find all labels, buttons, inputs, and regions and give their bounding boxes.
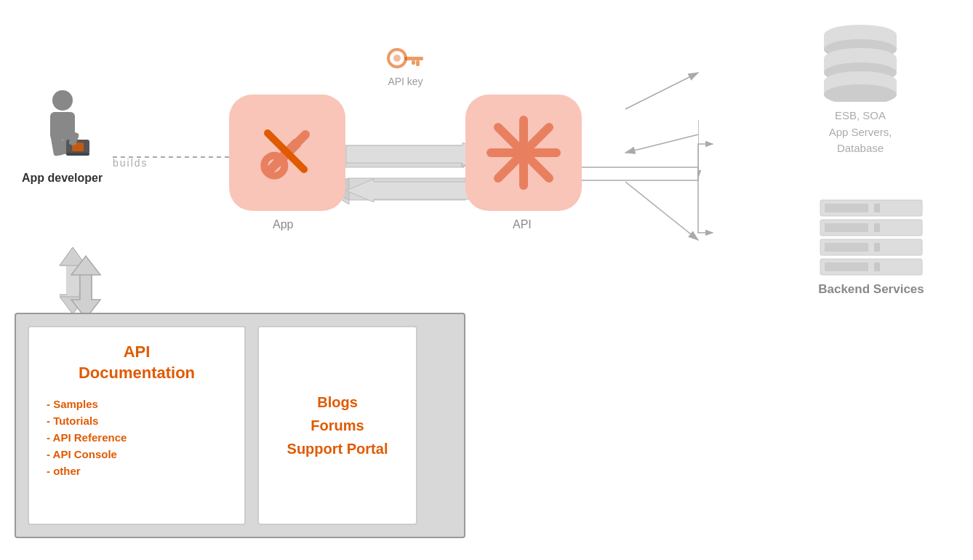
svg-rect-29 xyxy=(66,153,89,156)
doc-list: - Samples- Tutorials- API Reference- API… xyxy=(47,398,227,477)
api-label: API xyxy=(513,218,532,231)
community-title: BlogsForumsSupport Portal xyxy=(287,391,388,460)
community-box: BlogsForumsSupport Portal xyxy=(257,326,417,525)
svg-rect-39 xyxy=(416,60,420,66)
community-line: Blogs xyxy=(287,391,388,414)
svg-rect-60 xyxy=(874,204,880,212)
backend-bottom-label: Backend Services xyxy=(818,282,924,297)
doc-list-item: - API Console xyxy=(47,448,227,460)
svg-rect-66 xyxy=(874,243,880,252)
api-key-label: API key xyxy=(388,76,423,87)
api-icon xyxy=(484,113,564,193)
app-icon xyxy=(247,113,327,193)
community-line: Forums xyxy=(287,414,388,437)
doc-box: API Documentation - Samples- Tutorials- … xyxy=(28,326,246,525)
community-line: Support Portal xyxy=(287,437,388,460)
resources-outer-box: API Documentation - Samples- Tutorials- … xyxy=(15,313,465,538)
database-icon xyxy=(813,22,908,102)
svg-rect-38 xyxy=(404,57,423,60)
svg-rect-69 xyxy=(874,263,880,271)
developer-icon xyxy=(30,87,95,167)
doc-list-item: - Samples xyxy=(47,398,227,410)
svg-rect-65 xyxy=(825,243,868,252)
app-box xyxy=(229,95,345,211)
api-key-area: API key xyxy=(385,44,425,87)
svg-point-37 xyxy=(393,55,401,62)
developer-label: App developer xyxy=(22,172,103,185)
builds-line: builds xyxy=(113,157,148,169)
server-icon xyxy=(813,196,929,276)
builds-text: builds xyxy=(113,157,148,169)
svg-rect-68 xyxy=(825,263,868,271)
svg-line-21 xyxy=(625,73,698,109)
doc-list-item: - Tutorials xyxy=(47,415,227,427)
backend-bottom: Backend Services xyxy=(813,196,929,297)
app-label: App xyxy=(273,218,293,231)
doc-list-item: - API Reference xyxy=(47,431,227,444)
backend-top-label: ESB, SOA App Servers, Database xyxy=(829,108,892,157)
svg-marker-75 xyxy=(71,275,100,319)
svg-rect-40 xyxy=(412,60,415,65)
svg-rect-59 xyxy=(825,204,868,212)
api-key-icon xyxy=(385,44,425,73)
svg-point-24 xyxy=(52,90,73,111)
svg-rect-62 xyxy=(825,223,868,232)
developer-figure: App developer xyxy=(22,87,103,185)
doc-title: API Documentation xyxy=(47,342,227,383)
api-box xyxy=(465,95,582,211)
doc-list-item: - other xyxy=(47,465,227,477)
svg-rect-63 xyxy=(874,223,880,232)
backend-to-api-line xyxy=(698,113,829,181)
